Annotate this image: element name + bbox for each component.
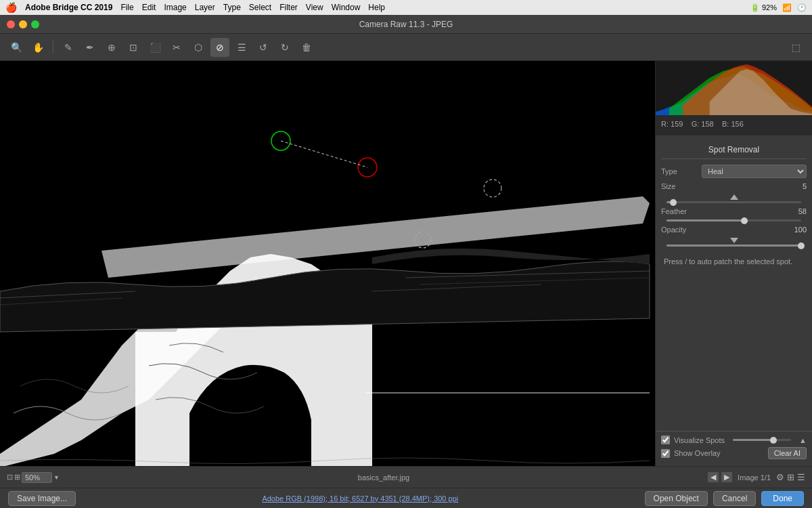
menu-file[interactable]: File — [120, 3, 133, 12]
visualize-checkbox[interactable] — [661, 436, 670, 444]
hand-tool[interactable]: ✋ — [28, 38, 47, 57]
menu-edit[interactable]: Edit — [142, 3, 156, 12]
frame-tool[interactable]: ⬛ — [145, 38, 164, 57]
toolbar-right: ⬚ — [786, 38, 805, 57]
image-info-link[interactable]: Adobe RGB (1998); 16 bit; 6527 by 4351 (… — [262, 494, 458, 503]
menu-select[interactable]: Select — [249, 3, 271, 12]
panel-icon[interactable]: ☰ — [797, 472, 805, 482]
canvas-area[interactable] — [0, 61, 655, 466]
type-select[interactable]: Heal Clone — [702, 165, 807, 178]
nav-next-button[interactable]: ▶ — [721, 472, 732, 482]
zoom-value: 50% — [22, 472, 52, 483]
traffic-lights — [7, 20, 39, 28]
nav-controls: ◀ ▶ Image 1/1 ⚙ ⊞ ☰ — [708, 472, 805, 482]
image-canvas — [0, 61, 655, 466]
healing-tool[interactable]: ⊘ — [210, 38, 229, 57]
image-nav-label: Image 1/1 — [738, 473, 771, 482]
battery-icon: 🔋 92% — [750, 3, 777, 12]
opacity-value: 100 — [786, 226, 807, 234]
settings-icon[interactable]: ⚙ — [776, 472, 784, 482]
pen-tool[interactable]: ✒ — [81, 38, 99, 57]
feather-value: 58 — [786, 207, 807, 215]
visualize-row: Visualize Spots ▲ — [661, 436, 807, 444]
zoom-tool[interactable]: 🔍 — [7, 38, 26, 57]
menu-image[interactable]: Image — [164, 3, 186, 12]
b-label: B: — [722, 120, 729, 128]
visualize-area: Visualize Spots ▲ Show Overlay Clear AI — [656, 431, 812, 466]
right-panel: R: 159 G: 158 B: 156 Spot Removal Type H… — [655, 61, 812, 466]
r-value: 159 — [671, 120, 683, 128]
g-value: 158 — [701, 120, 713, 128]
section-title: Spot Removal — [661, 141, 807, 159]
apple-icon[interactable]: 🍎 — [5, 2, 17, 13]
type-label: Type — [661, 167, 702, 175]
open-object-button[interactable]: Open Object — [645, 491, 708, 506]
done-button[interactable]: Done — [761, 491, 804, 506]
size-slider-track[interactable] — [667, 201, 801, 203]
edit-tool[interactable]: ✎ — [59, 38, 78, 57]
maximize-button[interactable] — [31, 20, 39, 28]
size-row: Size 5 — [661, 182, 807, 190]
target-tool[interactable]: ⊕ — [102, 38, 121, 57]
show-overlay-checkbox[interactable] — [661, 449, 670, 458]
menu-right-icons: 🔋 92% 📶 🕐 — [750, 3, 807, 12]
nav-icon[interactable]: ⊞ — [787, 472, 794, 482]
export-tool[interactable]: ⬚ — [786, 38, 805, 57]
minimize-button[interactable] — [19, 20, 27, 28]
delete-tool[interactable]: 🗑 — [297, 38, 316, 57]
menu-view[interactable]: View — [306, 3, 323, 12]
opacity-triangle-icon — [730, 238, 738, 243]
nav-prev-button[interactable]: ◀ — [708, 472, 719, 482]
feather-label: Feather — [661, 207, 702, 215]
menu-help[interactable]: Help — [368, 3, 385, 12]
feather-slider-track[interactable] — [667, 219, 801, 221]
info-text: Press / to auto patch the selected spot. — [661, 251, 807, 273]
clear-ai-button[interactable]: Clear AI — [768, 447, 807, 459]
menu-filter[interactable]: Filter — [279, 3, 298, 12]
size-slider-row[interactable] — [664, 201, 804, 203]
wifi-icon: 📶 — [782, 3, 792, 12]
feather-slider-row[interactable] — [664, 219, 804, 221]
g-label: G: — [692, 120, 700, 128]
panel-content: Spot Removal Type Heal Clone Size 5 — [656, 135, 812, 431]
rotate-left-tool[interactable]: ↺ — [254, 38, 273, 57]
opacity-slider-row[interactable] — [664, 245, 804, 247]
visualize-slider[interactable] — [733, 439, 791, 441]
save-image-button[interactable]: Save Image... — [8, 491, 76, 506]
filename-label: basics_after.jpg — [65, 473, 702, 482]
main-layout: R: 159 G: 158 B: 156 Spot Removal Type H… — [0, 61, 812, 466]
zoom-dropdown-icon[interactable]: ▼ — [53, 474, 60, 481]
menu-type[interactable]: Type — [223, 3, 241, 12]
close-button[interactable] — [7, 20, 15, 28]
clock-icon: 🕐 — [797, 3, 807, 12]
size-value: 5 — [786, 182, 807, 190]
menu-bar: 🍎 Adobe Bridge CC 2019 File Edit Image L… — [0, 0, 812, 15]
rgb-values: R: 159 G: 158 B: 156 — [656, 117, 812, 132]
cancel-button[interactable]: Cancel — [713, 491, 756, 506]
list-tool[interactable]: ☰ — [232, 38, 251, 57]
feather-row: Feather 58 — [661, 207, 807, 215]
window-title: Camera Raw 11.3 - JPEG — [359, 20, 453, 29]
shape-tool[interactable]: ⬡ — [189, 38, 208, 57]
size-triangle-icon — [730, 194, 738, 200]
rotate-right-tool[interactable]: ↻ — [275, 38, 294, 57]
crop-tool[interactable]: ⊡ — [124, 38, 143, 57]
footer-right-buttons: Open Object Cancel Done — [645, 491, 804, 506]
opacity-slider-track[interactable] — [667, 245, 801, 247]
size-label: Size — [661, 182, 702, 190]
toolbar: 🔍 ✋ ✎ ✒ ⊕ ⊡ ⬛ ✂ ⬡ ⊘ ☰ ↺ ↻ 🗑 ⬚ — [0, 34, 812, 61]
menu-layer[interactable]: Layer — [195, 3, 215, 12]
b-value: 156 — [731, 120, 743, 128]
path-tool[interactable]: ✂ — [167, 38, 186, 57]
show-overlay-row: Show Overlay Clear AI — [661, 447, 807, 459]
bottom-panel: ⊡ ⊞ 50% ▼ basics_after.jpg ◀ ▶ Image 1/1… — [0, 466, 812, 488]
zoom-selector[interactable]: ⊡ ⊞ 50% ▼ — [7, 472, 60, 483]
histogram-chart — [656, 61, 812, 115]
visualize-label[interactable]: Visualize Spots — [674, 436, 725, 444]
menu-bridge[interactable]: Adobe Bridge CC 2019 — [25, 3, 112, 12]
tool-separator-1 — [53, 41, 53, 54]
menu-window[interactable]: Window — [332, 3, 361, 12]
opacity-label: Opacity — [661, 226, 702, 234]
show-overlay-label[interactable]: Show Overlay — [674, 449, 720, 457]
opacity-row: Opacity 100 — [661, 226, 807, 234]
